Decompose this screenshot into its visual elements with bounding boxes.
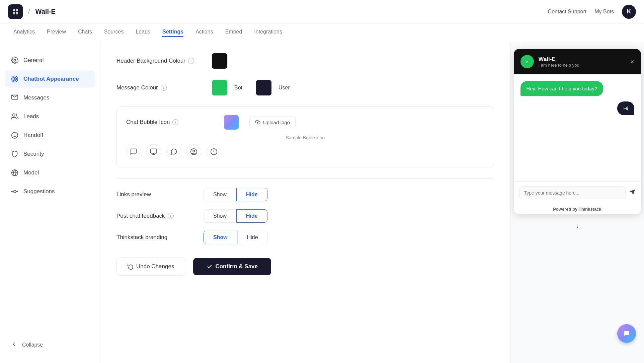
sidebar-item-handoff-label: Handoff: [23, 132, 43, 139]
icon-options: [126, 144, 484, 159]
icon-option-chat4[interactable]: [186, 144, 201, 159]
svg-point-2: [13, 77, 17, 81]
scroll-arrow-icon: ↓: [575, 221, 579, 230]
post-chat-show-btn[interactable]: Show: [204, 209, 236, 223]
chat-header: Wall-E I am here to help you ×: [514, 49, 641, 74]
tab-embed[interactable]: Embed: [225, 29, 242, 37]
svg-point-3: [14, 78, 15, 80]
header-bg-info-icon[interactable]: i: [188, 58, 194, 64]
sidebar-item-suggestions[interactable]: Suggestions: [5, 183, 95, 200]
user-colour-label: User: [278, 85, 290, 91]
sidebar-item-model[interactable]: Model: [5, 164, 95, 182]
message-colour-info-icon[interactable]: i: [161, 85, 167, 91]
chat-bot-name: Wall-E: [539, 56, 579, 63]
header-bg-colour-label: Header Background Colour i: [116, 58, 204, 64]
powered-by-text: Powered by Thinkstack: [514, 204, 641, 214]
header-bg-colour-swatch[interactable]: [212, 53, 228, 69]
thinkstack-hide-btn[interactable]: Hide: [237, 231, 268, 244]
sidebar: General Chatbot Appearance Messages: [0, 42, 100, 363]
chat-header-logo: [520, 55, 534, 68]
thinkstack-branding-label: Thinkstack branding: [116, 234, 204, 241]
icon-option-info[interactable]: [207, 144, 221, 159]
tab-leads[interactable]: Leads: [136, 29, 150, 37]
confirm-save-button[interactable]: Confirm & Save: [193, 258, 271, 275]
collapse-icon: [11, 341, 17, 349]
icon-option-chat3[interactable]: [166, 144, 181, 159]
header-bg-colour-row: Header Background Colour i: [116, 53, 494, 69]
sidebar-item-suggestions-label: Suggestions: [23, 188, 55, 195]
chat-bubble-icon-label: Chat Bubble Icon i: [126, 119, 213, 126]
undo-label: Undo Changes: [136, 263, 174, 270]
main-layout: General Chatbot Appearance Messages: [0, 42, 644, 363]
upload-logo-button[interactable]: Upload logo: [249, 117, 296, 128]
top-nav-left: / Wall-E: [8, 4, 56, 19]
post-chat-hide-btn[interactable]: Hide: [236, 209, 267, 223]
my-bots-link[interactable]: My Bots: [594, 9, 614, 15]
sidebar-item-model-label: Model: [23, 169, 39, 176]
post-chat-feedback-toggle: Show Hide: [204, 209, 267, 223]
thinkstack-branding-row: Thinkstack branding Show Hide: [116, 231, 494, 244]
sidebar-item-handoff[interactable]: Handoff: [5, 127, 95, 144]
breadcrumb-slash: /: [28, 8, 30, 15]
message-colour-row: Message Colour i Bot User: [116, 80, 494, 96]
bot-colour-swatch[interactable]: [212, 80, 228, 96]
sidebar-collapse-button[interactable]: Collapse: [5, 336, 95, 354]
upload-logo-label: Upload logo: [263, 120, 290, 125]
tab-chats[interactable]: Chats: [78, 29, 92, 37]
app-logo[interactable]: [8, 4, 23, 19]
sidebar-item-chatbot-appearance[interactable]: Chatbot Appearance: [5, 70, 95, 88]
chat-send-button[interactable]: [629, 189, 636, 197]
links-preview-row: Links preview Show Hide: [116, 188, 494, 201]
model-icon: [11, 169, 19, 177]
shield-icon: [11, 150, 19, 158]
sidebar-item-general[interactable]: General: [5, 52, 95, 69]
sidebar-item-messages[interactable]: Messages: [5, 89, 95, 106]
bot-colour-label: Bot: [234, 85, 242, 91]
tab-analytics[interactable]: Analytics: [13, 29, 35, 37]
sidebar-item-leads[interactable]: Leads: [5, 108, 95, 125]
svg-rect-15: [151, 149, 157, 153]
save-label: Confirm & Save: [215, 263, 258, 270]
post-chat-info-icon[interactable]: i: [168, 213, 174, 219]
collapse-label: Collapse: [22, 342, 43, 348]
tab-bar: Analytics Preview Chats Sources Leads Se…: [0, 23, 644, 42]
content-area: Header Background Colour i Message Colou…: [100, 42, 510, 363]
tab-preview[interactable]: Preview: [47, 29, 66, 37]
top-nav: / Wall-E Contact Support My Bots K: [0, 0, 644, 23]
svg-point-11: [13, 190, 16, 193]
sidebar-item-leads-label: Leads: [23, 113, 39, 120]
links-preview-hide-btn[interactable]: Hide: [236, 188, 267, 201]
chat-bubble-float-button[interactable]: [617, 324, 636, 343]
sidebar-item-chatbot-appearance-label: Chatbot Appearance: [23, 76, 79, 82]
message-colour-options: Bot User: [212, 80, 290, 96]
action-bar: Undo Changes Confirm & Save: [116, 258, 494, 276]
sidebar-item-messages-label: Messages: [23, 94, 49, 101]
thinkstack-show-btn[interactable]: Show: [204, 231, 237, 244]
links-preview-show-btn[interactable]: Show: [204, 188, 236, 201]
thinkstack-branding-toggle: Show Hide: [204, 231, 268, 244]
gear-icon: [11, 56, 19, 64]
svg-point-19: [193, 150, 195, 152]
contact-support-link[interactable]: Contact Support: [548, 9, 587, 15]
undo-changes-button[interactable]: Undo Changes: [116, 258, 185, 276]
sample-icon-preview: [224, 115, 239, 130]
tab-actions[interactable]: Actions: [195, 29, 213, 37]
chat-close-button[interactable]: ×: [630, 58, 634, 66]
chat-bubble-icon-info-icon[interactable]: i: [172, 119, 178, 125]
sidebar-item-security[interactable]: Security: [5, 145, 95, 163]
tab-sources[interactable]: Sources: [104, 29, 124, 37]
user-colour-swatch[interactable]: [256, 80, 272, 96]
icon-option-chat2[interactable]: [146, 144, 161, 159]
tab-settings[interactable]: Settings: [162, 29, 183, 37]
chat-header-left: Wall-E I am here to help you: [520, 55, 579, 68]
user-avatar[interactable]: K: [622, 5, 636, 19]
chat-input-field[interactable]: [519, 187, 626, 199]
tab-integrations[interactable]: Integrations: [254, 29, 282, 37]
links-preview-toggle: Show Hide: [204, 188, 267, 201]
chat-bubble-icon-box: Chat Bubble Icon i Upload logo Sample Bu…: [116, 106, 494, 167]
svg-point-0: [14, 59, 16, 61]
sidebar-item-security-label: Security: [23, 151, 44, 157]
suggestions-icon: [11, 188, 19, 196]
icon-option-chat1[interactable]: [126, 144, 141, 159]
app-name: Wall-E: [35, 8, 56, 15]
